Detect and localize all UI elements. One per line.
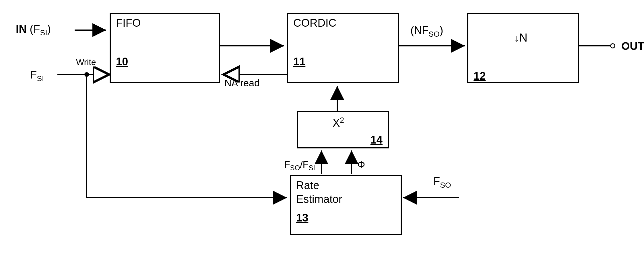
cordic-block: CORDIC 11	[287, 13, 399, 83]
cordic-ref: 11	[293, 56, 305, 68]
rate-label-2: Estimator	[296, 193, 342, 205]
fifo-title: FIFO	[116, 17, 141, 29]
downsample-block: ↓N 12	[467, 13, 579, 83]
input-fsi-label: FSI	[30, 69, 44, 83]
block-diagram: IN (FSI) FSI Write FIFO 10 NA read CORDI…	[0, 0, 644, 255]
fso-input-label: FSO	[433, 175, 451, 190]
rate-estimator-block: Rate Estimator 13	[290, 175, 402, 235]
fifo-ref: 10	[116, 56, 128, 68]
rate-ref: 13	[296, 212, 308, 224]
squarer-ref: 14	[371, 134, 383, 146]
na-read-label: NA read	[224, 77, 260, 89]
downsample-content: ↓N	[514, 31, 527, 44]
ratio-label: FSO/FSI	[284, 159, 315, 172]
phi-label: Φ	[357, 159, 365, 170]
rate-label-1: Rate	[296, 179, 319, 192]
write-label: Write	[76, 57, 96, 67]
input-in-label: IN (FSI)	[16, 23, 51, 37]
fifo-block: FIFO 10	[110, 13, 220, 83]
output-out-label: OUT (FSO)	[621, 40, 644, 54]
output-node	[610, 43, 615, 48]
squarer-block: X2 14	[297, 111, 389, 148]
nfso-label: (NFSO)	[410, 24, 443, 39]
cordic-title: CORDIC	[293, 17, 336, 29]
junction-dot	[84, 72, 89, 77]
squarer-content: X2	[333, 116, 344, 129]
downsample-ref: 12	[474, 70, 486, 82]
